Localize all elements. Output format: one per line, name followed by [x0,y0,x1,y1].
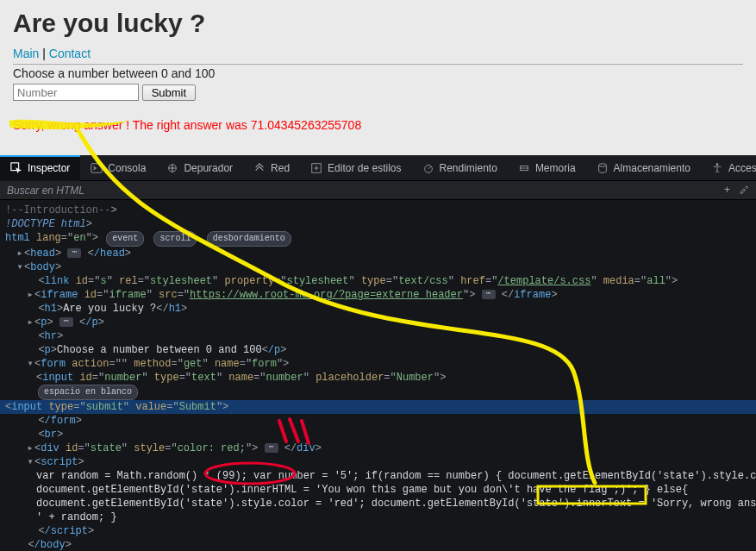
ellipsis-icon[interactable]: ⋯ [67,248,81,258]
expander-icon[interactable]: ▾ [16,260,24,274]
accessibility-icon [711,162,723,174]
tab-memory[interactable]: Memoria [508,155,586,181]
pill-event[interactable]: event [106,231,144,247]
dom-script-body: document.getElementById('state').style.c… [5,497,756,510]
dom-form-close[interactable]: </form> [5,414,756,428]
expander-icon[interactable]: ▸ [26,288,34,302]
expander-icon[interactable]: ▸ [16,247,24,260]
tab-inspector-label: Inspector [28,162,70,174]
dom-input-submit[interactable]: <input type="submit" value="Submit"> [0,400,756,414]
dom-comment: !--Introduction--> [5,203,756,217]
nav-contact-link[interactable]: Contact [49,47,91,60]
submit-button[interactable]: Submit [142,85,196,101]
state-message: Sorry, wrong answer ! The right answer w… [13,118,743,132]
ellipsis-icon[interactable]: ⋯ [482,290,496,299]
tab-inspector[interactable]: Inspector [0,155,80,181]
devtools-panel: Inspector Consola Depurador Red Editor d… [0,155,756,551]
dom-input-number[interactable]: <input id="number" type="text" name="num… [5,371,756,385]
tab-network[interactable]: Red [243,155,300,181]
tab-accessibility[interactable]: Accesibilidad [701,155,756,181]
page-content: Are you lucky ? Main | Contact Choose a … [0,0,756,149]
svg-point-7 [716,163,719,166]
pill-whitespace: espacio en blanco [38,385,138,400]
devtools-tabs: Inspector Consola Depurador Red Editor d… [0,155,756,181]
dom-head[interactable]: ▸<head> ⋯ </head> [5,247,756,260]
tab-styles-label: Editor de estilos [328,162,401,174]
performance-icon [422,162,434,174]
dom-p-empty[interactable]: ▸<p> ⋯ </p> [5,316,756,329]
tab-console-label: Consola [108,162,146,174]
pill-overflow[interactable]: desbordamiento [207,231,291,247]
number-input[interactable] [13,84,139,101]
dom-script-body: var random = Math.random() * (99); var n… [5,469,756,483]
svg-point-6 [598,163,606,166]
dom-script-close[interactable]: </script> [5,524,756,538]
tab-network-label: Red [271,162,290,174]
tab-accessibility-label: Accesibilidad [728,162,756,174]
expander-icon[interactable]: ▸ [26,316,34,329]
dom-h1[interactable]: <h1>Are you lucky ?</h1> [5,302,756,316]
ellipsis-icon[interactable]: ⋯ [265,443,278,453]
ellipsis-icon[interactable]: ⋯ [59,317,73,327]
nav-sep: | [39,47,48,60]
memory-icon [518,162,530,174]
eyedropper-icon[interactable] [739,184,749,197]
tab-storage-label: Almacenamiento [614,162,690,174]
tab-performance-label: Rendimiento [440,162,497,174]
dom-doctype: !DOCTYPE html> [5,217,756,231]
prompt-text: Choose a number between 0 and 100 [13,66,743,80]
page-title: Are you lucky ? [13,9,743,38]
divider [13,64,743,65]
expander-icon[interactable]: ▸ [26,441,34,455]
debugger-icon [166,162,178,174]
dom-link[interactable]: <link id="s" rel="stylesheet" property="… [5,274,756,288]
dom-form-open[interactable]: ▾<form action="" method="get" name="form… [5,357,756,371]
expander-icon[interactable]: ▾ [26,455,34,469]
console-icon [91,162,103,174]
storage-icon [597,162,609,174]
pill-scroll[interactable]: scroll [153,231,197,247]
tab-performance[interactable]: Rendimiento [412,155,508,181]
tab-debugger[interactable]: Depurador [156,155,243,181]
tab-styles[interactable]: Editor de estilos [300,155,411,181]
inspector-icon [10,162,22,174]
guess-form: Submit [13,84,743,101]
tab-memory-label: Memoria [535,162,576,174]
styles-icon [310,162,322,174]
add-icon[interactable]: + [724,184,730,197]
nav-main-link[interactable]: Main [13,47,39,60]
dom-script-body: ' + random; } [5,510,756,524]
dom-tree[interactable]: !--Introduction--> !DOCTYPE html> html l… [0,200,756,551]
dom-iframe[interactable]: ▸<iframe id="iframe" src="https://www.ro… [5,288,756,302]
tab-debugger-label: Depurador [184,162,233,174]
dom-body-close[interactable]: </body> [5,538,756,551]
tab-storage[interactable]: Almacenamiento [586,155,701,181]
expander-icon[interactable]: ▾ [26,357,34,371]
dom-script-body: document.getElementById('state').innerHT… [5,483,756,497]
dom-body-open[interactable]: ▾<body> [5,260,756,274]
dom-script-open[interactable]: ▾<script> [5,455,756,469]
nav-bar: Main | Contact [13,47,743,60]
tab-console[interactable]: Consola [80,155,156,181]
network-icon [253,162,266,174]
dom-hr[interactable]: <hr> [5,329,756,343]
devtools-searchbar[interactable]: Buscar en HTML + [0,181,756,200]
dom-state-div[interactable]: ▸<div id="state" style="color: red;"> ⋯ … [5,441,756,455]
dom-whitespace: espacio en blanco [5,385,756,400]
dom-p-choose[interactable]: <p>Choose a number between 0 and 100</p> [5,343,756,357]
dom-br[interactable]: <br> [5,428,756,441]
devtools-search-placeholder: Buscar en HTML [7,185,84,197]
dom-html-open[interactable]: html lang="en"> event scroll desbordamie… [5,231,756,247]
